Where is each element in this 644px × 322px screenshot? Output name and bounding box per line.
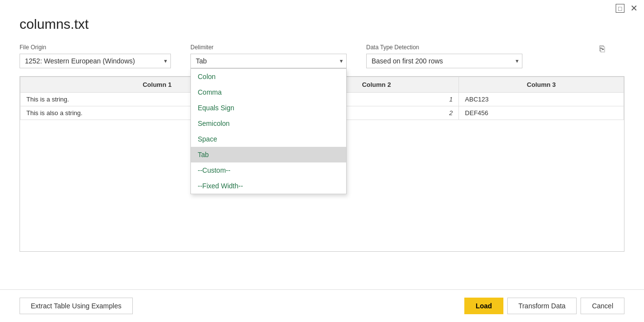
load-button[interactable]: Load <box>464 298 503 314</box>
delimiter-option-fixed-width[interactable]: --Fixed Width-- <box>191 178 346 194</box>
file-origin-select[interactable]: 1252: Western European (Windows) <box>20 54 171 68</box>
controls-row-wrapper: File Origin 1252: Western European (Wind… <box>20 44 624 252</box>
close-button[interactable]: ✕ <box>629 4 638 13</box>
delimiter-option-custom[interactable]: --Custom-- <box>191 162 346 178</box>
delimiter-select-wrapper: Tab ▾ <box>190 54 347 68</box>
delimiter-option-semicolon[interactable]: Semicolon <box>191 116 346 131</box>
file-origin-select-wrapper: 1252: Western European (Windows) ▾ <box>20 54 171 68</box>
bottom-right-buttons: Load Transform Data Cancel <box>464 298 624 314</box>
dialog-content: columns.txt File Origin 1252: Western Eu… <box>0 17 644 262</box>
delimiter-select[interactable]: Tab <box>190 54 347 68</box>
col3-header: Column 3 <box>459 77 624 93</box>
delimiter-group: Delimiter Tab ▾ Colon Comma Equals Sign … <box>190 44 347 68</box>
data-type-select[interactable]: Based on first 200 rows <box>366 54 522 68</box>
data-type-group: Data Type Detection Based on first 200 r… <box>366 44 522 68</box>
file-origin-label: File Origin <box>20 44 171 51</box>
delimiter-option-equals[interactable]: Equals Sign <box>191 100 346 116</box>
delimiter-label: Delimiter <box>190 44 347 51</box>
minimize-button[interactable]: □ <box>616 4 624 13</box>
icon-area: ⎘ <box>600 44 605 54</box>
title-bar: □ ✕ <box>0 0 644 17</box>
delimiter-option-tab[interactable]: Tab <box>191 147 346 162</box>
refresh-icon[interactable]: ⎘ <box>600 44 605 54</box>
delimiter-option-colon[interactable]: Colon <box>191 69 346 84</box>
controls-row: File Origin 1252: Western European (Wind… <box>20 44 624 68</box>
delimiter-option-comma[interactable]: Comma <box>191 84 346 100</box>
transform-data-button[interactable]: Transform Data <box>507 298 577 314</box>
cancel-button[interactable]: Cancel <box>581 298 624 314</box>
dialog-title: columns.txt <box>20 17 624 32</box>
data-type-select-wrapper: Based on first 200 rows ▾ <box>366 54 522 68</box>
delimiter-option-space[interactable]: Space <box>191 131 346 147</box>
cell-row2-col3: DEF456 <box>459 106 624 120</box>
bottom-bar: Extract Table Using Examples Load Transf… <box>0 289 644 322</box>
delimiter-dropdown: Colon Comma Equals Sign Semicolon Space … <box>190 68 347 194</box>
file-origin-group: File Origin 1252: Western European (Wind… <box>20 44 171 68</box>
cell-row1-col3: ABC123 <box>459 93 624 106</box>
extract-table-button[interactable]: Extract Table Using Examples <box>20 298 133 314</box>
data-type-label: Data Type Detection <box>366 44 522 51</box>
